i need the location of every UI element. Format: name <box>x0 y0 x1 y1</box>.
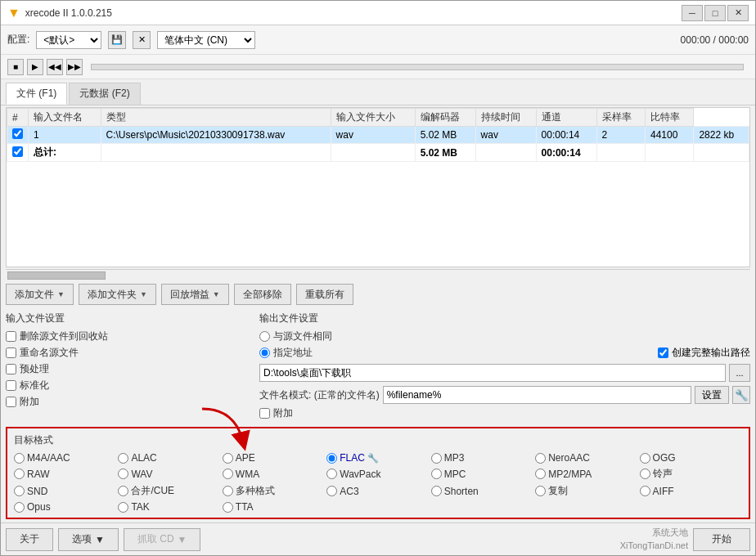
format-opus: Opus <box>14 501 116 513</box>
row-samplerate: 44100 <box>645 127 693 144</box>
append-output-checkbox[interactable] <box>259 408 270 419</box>
flac-wrench-icon[interactable]: 🔧 <box>367 453 379 464</box>
format-opus-label: Opus <box>27 501 51 513</box>
file-table: # 输入文件名 类型 输入文件大小 编解码器 持续时间 通道 采样率 比特率 1… <box>7 108 749 162</box>
format-opus-radio[interactable] <box>14 502 25 513</box>
specified-addr-radio[interactable] <box>259 348 270 358</box>
scrollbar-thumb[interactable] <box>7 271 106 280</box>
filename-label: 文件名模式: (正常的文件名) <box>259 388 380 402</box>
append-input-label: 附加 <box>20 395 39 409</box>
minimize-button[interactable]: ─ <box>682 5 703 21</box>
filename-input[interactable] <box>383 386 691 404</box>
file-table-container[interactable]: # 输入文件名 类型 输入文件大小 编解码器 持续时间 通道 采样率 比特率 1… <box>6 107 750 267</box>
play-button[interactable]: ▶ <box>27 59 43 75</box>
format-ac3-radio[interactable] <box>326 486 337 496</box>
add-folder-button[interactable]: 添加文件夹 ▼ <box>79 284 156 305</box>
format-raw-radio[interactable] <box>14 469 25 479</box>
remove-all-button[interactable]: 全部移除 <box>234 284 291 305</box>
format-aiff-label: AIFF <box>653 486 674 497</box>
format-merge-cue-radio[interactable] <box>118 486 128 496</box>
delete-source-checkbox[interactable] <box>6 331 16 342</box>
format-multi-radio[interactable] <box>223 486 233 496</box>
format-wavpack-radio[interactable] <box>326 469 337 479</box>
format-m4a-radio[interactable] <box>14 453 25 464</box>
format-ogg: OGG <box>640 452 742 464</box>
stop-button[interactable]: ■ <box>7 59 24 75</box>
format-wav-radio[interactable] <box>118 469 128 479</box>
config-select[interactable]: <默认> <box>36 31 101 49</box>
format-neroaac-radio[interactable] <box>535 453 546 464</box>
playback-gain-button[interactable]: 回放增益 ▼ <box>161 284 229 305</box>
rip-cd-button[interactable]: 抓取 CD ▼ <box>124 528 201 551</box>
format-aiff-radio[interactable] <box>640 486 650 496</box>
filename-wrench-button[interactable]: 🔧 <box>732 386 750 404</box>
format-ogg-radio[interactable] <box>640 453 650 464</box>
format-shorten-radio[interactable] <box>431 486 442 496</box>
preprocessing-checkbox[interactable] <box>6 364 16 374</box>
rename-source-checkbox[interactable] <box>6 348 16 358</box>
append-input-row: 附加 <box>6 395 251 409</box>
format-tak-radio[interactable] <box>118 502 128 513</box>
progress-bar[interactable] <box>91 64 744 70</box>
format-ac3: AC3 <box>326 484 429 498</box>
language-select[interactable]: 笔体中文 (CN) <box>157 31 255 49</box>
rename-source-label: 重命名源文件 <box>20 346 79 360</box>
close-button[interactable]: ✕ <box>727 5 749 21</box>
total-check <box>7 144 29 162</box>
output-path-input[interactable] <box>259 364 726 382</box>
rip-cd-arrow: ▼ <box>178 534 187 545</box>
format-ape: APE <box>223 452 325 464</box>
preprocessing-row: 预处理 <box>6 362 251 376</box>
next-button[interactable]: ▶▶ <box>66 59 83 75</box>
save-config-button[interactable]: 💾 <box>108 31 126 49</box>
format-alac-label: ALAC <box>131 452 156 464</box>
row-size: 5.02 MB <box>415 127 475 144</box>
browse-button[interactable]: ... <box>729 364 750 382</box>
tab-files[interactable]: 文件 (F1) <box>6 83 67 105</box>
options-button[interactable]: 选项 ▼ <box>58 528 119 551</box>
format-wavpack: WavPack <box>326 467 429 481</box>
format-mp3-radio[interactable] <box>431 453 442 464</box>
maximize-button[interactable]: □ <box>704 5 726 21</box>
add-file-button[interactable]: 添加文件 ▼ <box>6 284 74 305</box>
format-copy-radio[interactable] <box>535 486 546 496</box>
reload-all-button[interactable]: 重载所有 <box>296 284 353 305</box>
format-mpc-radio[interactable] <box>431 469 442 479</box>
col-header-type: 类型 <box>101 109 331 127</box>
format-wma-label: WMA <box>236 469 259 480</box>
format-flac-radio[interactable] <box>326 453 337 464</box>
format-wma-radio[interactable] <box>223 469 233 479</box>
table-row[interactable]: 1 C:\Users\pc\Music\20210330091738.wav w… <box>7 127 749 144</box>
format-snd-radio[interactable] <box>14 486 25 496</box>
format-mp2mpa-radio[interactable] <box>535 469 546 479</box>
append-input-checkbox[interactable] <box>6 397 16 407</box>
delete-config-button[interactable]: ✕ <box>133 31 151 49</box>
col-header-samplerate: 采样率 <box>596 109 645 127</box>
format-ringtone-radio[interactable] <box>640 469 650 479</box>
format-tta-radio[interactable] <box>223 502 233 513</box>
app-title: xrecode II 1.0.0.215 <box>25 7 682 19</box>
create-full-path-checkbox[interactable] <box>658 348 668 358</box>
format-merge-cue-label: 合并/CUE <box>131 484 174 498</box>
input-settings-title: 输入文件设置 <box>6 312 251 325</box>
start-button[interactable]: 开始 <box>693 528 750 551</box>
app-logo: ▼ <box>7 6 20 20</box>
about-button[interactable]: 关于 <box>6 528 53 551</box>
filename-settings-button[interactable]: 设置 <box>695 386 729 404</box>
row-checkbox[interactable] <box>7 127 29 144</box>
prev-button[interactable]: ◀◀ <box>47 59 63 75</box>
format-raw-label: RAW <box>27 469 50 480</box>
same-as-source-radio[interactable] <box>259 331 270 342</box>
tab-metadata[interactable]: 元数据 (F2) <box>69 83 140 105</box>
format-flac: FLAC 🔧 <box>326 452 429 464</box>
horizontal-scrollbar[interactable] <box>6 269 750 280</box>
format-mp2mpa: MP2/MPA <box>535 467 637 481</box>
format-ape-radio[interactable] <box>223 453 233 464</box>
output-settings-title: 输出文件设置 <box>259 312 750 325</box>
row-codec: wav <box>475 127 536 144</box>
row-filename: C:\Users\pc\Music\20210330091738.wav <box>101 127 331 144</box>
format-alac-radio[interactable] <box>118 453 128 464</box>
format-ogg-label: OGG <box>653 452 676 464</box>
normalize-checkbox[interactable] <box>6 380 16 391</box>
format-copy: 复制 <box>535 484 637 498</box>
